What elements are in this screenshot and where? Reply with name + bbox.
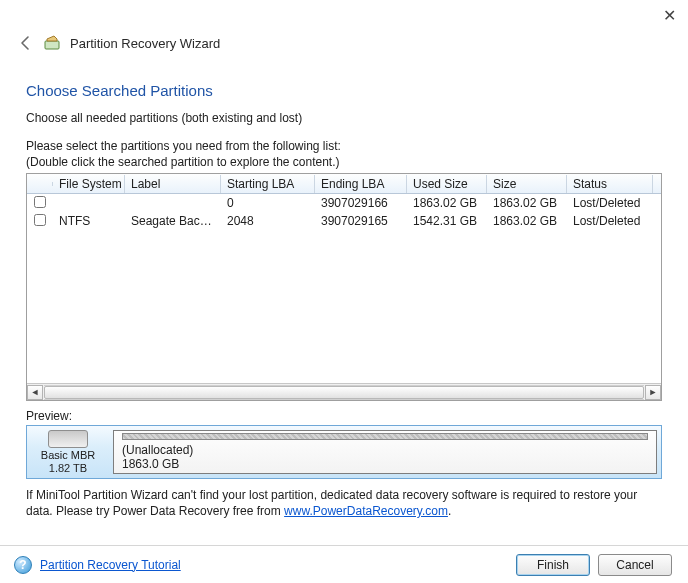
- table-row[interactable]: NTFS Seagate Backup... 2048 3907029165 1…: [27, 212, 661, 230]
- cell-slba: 0: [221, 195, 315, 211]
- cell-elba: 3907029165: [315, 213, 407, 229]
- hard-drive-icon: [48, 430, 88, 448]
- help-text: If MiniTool Partition Wizard can't find …: [26, 487, 662, 519]
- disk-type: Basic MBR: [41, 449, 95, 461]
- cancel-button[interactable]: Cancel: [598, 554, 672, 576]
- instruction-line-1: Please select the partitions you need fr…: [26, 139, 662, 153]
- disk-summary: Basic MBR 1.82 TB: [31, 430, 105, 474]
- col-ending-lba[interactable]: Ending LBA: [315, 175, 407, 193]
- scroll-left-icon[interactable]: ◄: [27, 385, 43, 400]
- help-text-suffix: .: [448, 504, 451, 518]
- finish-button[interactable]: Finish: [516, 554, 590, 576]
- cell-size: 1863.02 GB: [487, 213, 567, 229]
- partitions-table: File System Label Starting LBA Ending LB…: [26, 173, 662, 401]
- cell-size: 1863.02 GB: [487, 195, 567, 211]
- col-size[interactable]: Size: [487, 175, 567, 193]
- row-checkbox[interactable]: [34, 214, 46, 226]
- preview-panel: Basic MBR 1.82 TB (Unallocated) 1863.0 G…: [26, 425, 662, 479]
- cell-elba: 3907029166: [315, 195, 407, 211]
- horizontal-scrollbar[interactable]: ◄ ►: [27, 383, 661, 400]
- col-file-system[interactable]: File System: [53, 175, 125, 193]
- page-title: Partition Recovery Wizard: [70, 36, 220, 51]
- scroll-thumb[interactable]: [44, 386, 644, 399]
- cell-label: Seagate Backup...: [125, 213, 221, 229]
- partition-name: (Unallocated): [122, 443, 648, 457]
- partition-size: 1863.0 GB: [122, 457, 648, 471]
- partition-block[interactable]: (Unallocated) 1863.0 GB: [113, 430, 657, 474]
- cell-status: Lost/Deleted: [567, 195, 653, 211]
- cell-fs: NTFS: [53, 213, 125, 229]
- col-used-size[interactable]: Used Size: [407, 175, 487, 193]
- col-starting-lba[interactable]: Starting LBA: [221, 175, 315, 193]
- cell-used: 1542.31 GB: [407, 213, 487, 229]
- preview-label: Preview:: [26, 409, 662, 423]
- wizard-header: Partition Recovery Wizard: [0, 0, 688, 58]
- disk-size: 1.82 TB: [49, 462, 87, 474]
- row-checkbox[interactable]: [34, 196, 46, 208]
- table-row[interactable]: 0 3907029166 1863.02 GB 1863.02 GB Lost/…: [27, 194, 661, 212]
- wizard-disk-icon: [44, 35, 60, 51]
- tutorial-link[interactable]: Partition Recovery Tutorial: [40, 558, 181, 572]
- instruction-choose: Choose all needed partitions (both exist…: [26, 111, 662, 125]
- cell-label: [125, 202, 221, 204]
- cell-used: 1863.02 GB: [407, 195, 487, 211]
- close-icon[interactable]: ✕: [663, 6, 676, 25]
- svg-rect-0: [45, 41, 59, 49]
- help-icon[interactable]: ?: [14, 556, 32, 574]
- instruction-line-2: (Double click the searched partition to …: [26, 155, 662, 169]
- scroll-right-icon[interactable]: ►: [645, 385, 661, 400]
- scroll-track[interactable]: [44, 385, 644, 400]
- table-header: File System Label Starting LBA Ending LB…: [27, 174, 661, 194]
- footer-bar: ? Partition Recovery Tutorial Finish Can…: [0, 545, 688, 583]
- cell-fs: [53, 202, 125, 204]
- partition-bar: [122, 433, 648, 440]
- cell-status: Lost/Deleted: [567, 213, 653, 229]
- col-status[interactable]: Status: [567, 175, 653, 193]
- cell-slba: 2048: [221, 213, 315, 229]
- back-arrow-icon[interactable]: [16, 34, 34, 52]
- section-title: Choose Searched Partitions: [26, 82, 662, 99]
- col-label[interactable]: Label: [125, 175, 221, 193]
- power-data-recovery-link[interactable]: www.PowerDataRecovery.com: [284, 504, 448, 518]
